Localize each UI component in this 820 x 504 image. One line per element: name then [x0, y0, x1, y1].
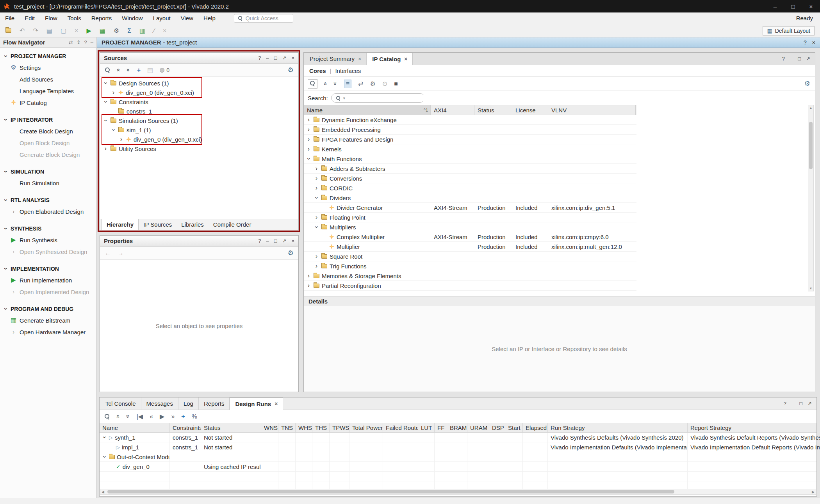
sidebar-item-ip-catalog[interactable]: IP Catalog — [0, 97, 96, 108]
close-icon[interactable]: × — [291, 55, 294, 61]
sidebar-item-open-elaborated-design[interactable]: ›Open Elaborated Design — [0, 206, 96, 217]
sources-tab-ip-sources[interactable]: IP Sources — [139, 219, 176, 230]
edit-properties-icon[interactable]: ▤ — [147, 67, 153, 73]
bottom-tab-reports[interactable]: Reports — [199, 398, 230, 410]
step-forward-icon[interactable]: » — [171, 413, 175, 420]
chevron-icon[interactable]: › — [102, 435, 108, 440]
redo-icon[interactable]: ↷ — [33, 28, 38, 34]
sidebar-item-open-synthesized-design[interactable]: ›Open Synthesized Design — [0, 246, 96, 257]
collapse-all-icon[interactable]: « — [116, 68, 122, 71]
scrollbar-thumb[interactable] — [809, 122, 813, 169]
subtab-interfaces[interactable]: Interfaces — [335, 67, 361, 74]
catalog-row-fpga-features-and-design[interactable]: ›FPGA Features and Design — [304, 135, 636, 144]
close-icon[interactable]: × — [358, 56, 361, 62]
help-icon[interactable]: ? — [258, 238, 261, 244]
column-header-name[interactable]: Name^1 — [304, 105, 431, 115]
catalog-row-adders-subtracters[interactable]: ›Adders & Subtracters — [304, 164, 636, 174]
float-icon[interactable]: ↗ — [282, 55, 287, 61]
menu-reports[interactable]: Reports — [86, 15, 117, 21]
minimize-icon[interactable]: – — [266, 55, 269, 61]
help-icon[interactable]: ? — [84, 39, 87, 45]
menu-flow[interactable]: Flow — [40, 15, 62, 21]
run-row-out-of-context-module-runs[interactable]: ›Out-of-Context Module Runs — [100, 452, 816, 462]
compare-versions-icon[interactable]: ⇄ — [358, 81, 363, 87]
runs-column-tpws[interactable]: TPWS — [330, 423, 349, 432]
collapse-all-icon[interactable]: « — [116, 415, 121, 418]
tab-ip-catalog[interactable]: IP Catalog× — [367, 53, 413, 65]
copy-icon[interactable]: ▢ — [61, 28, 66, 34]
catalog-row-multipliers[interactable]: ›Multipliers — [304, 222, 636, 232]
menu-file[interactable]: File — [0, 15, 20, 21]
stop-icon[interactable]: × — [163, 28, 166, 34]
catalog-row-conversions[interactable]: ›Conversions — [304, 174, 636, 183]
runs-column-lut[interactable]: LUT — [418, 423, 435, 432]
runs-column-whs[interactable]: WHS — [296, 423, 312, 432]
sidebar-item-run-synthesis[interactable]: ▶Run Synthesis — [0, 234, 96, 246]
horizontal-scrollbar[interactable]: ◀ ▶ — [100, 489, 816, 495]
scrollbar-thumb[interactable] — [107, 490, 674, 493]
maximize-icon[interactable]: □ — [799, 401, 802, 406]
catalog-search-box[interactable]: ▾ — [331, 93, 425, 103]
subtab-cores[interactable]: Cores — [309, 67, 326, 74]
menu-edit[interactable]: Edit — [20, 15, 40, 21]
report-icon[interactable]: ▥ — [139, 28, 145, 34]
add-sources-icon[interactable]: + — [137, 67, 141, 73]
catalog-row-math-functions[interactable]: ›Math Functions — [304, 154, 636, 164]
forward-icon[interactable]: → — [118, 250, 124, 256]
sidebar-item-settings[interactable]: ⚙Settings — [0, 62, 96, 73]
float-icon[interactable]: ↗ — [282, 238, 287, 244]
chevron-icon[interactable]: › — [314, 165, 319, 172]
toggle-orientation-icon[interactable]: ⇄ — [69, 39, 73, 45]
tree-item-sim-1[interactable]: ›sim_1 (1) — [100, 125, 298, 135]
tree-item-design-sources[interactable]: ›Design Sources (1) — [100, 78, 298, 88]
chevron-icon[interactable]: › — [306, 146, 311, 152]
float-icon[interactable]: ↗ — [808, 401, 812, 406]
sum-icon[interactable]: Σ — [127, 28, 131, 34]
sources-tab-libraries[interactable]: Libraries — [176, 219, 209, 230]
section-header-simulation[interactable]: ›SIMULATION — [0, 166, 96, 177]
minimize-icon[interactable]: – — [791, 401, 794, 406]
bottom-tab-messages[interactable]: Messages — [141, 398, 178, 410]
column-header-axi4[interactable]: AXI4 — [431, 105, 474, 115]
quick-access-search[interactable]: Quick Access — [234, 14, 293, 23]
catalog-row-dynamic-function-exchange[interactable]: ›Dynamic Function eXchange — [304, 115, 636, 125]
expand-collapse-icon[interactable]: ⇕ — [77, 39, 81, 45]
catalog-row-complex-multiplier[interactable]: ›Complex MultiplierAXI4-StreamProduction… — [304, 232, 636, 242]
tree-item-constraints[interactable]: ›Constraints — [100, 97, 298, 106]
runs-column-report-strategy[interactable]: Report Strategy — [688, 423, 820, 432]
sidebar-item-open-hardware-manager[interactable]: ›Open Hardware Manager — [0, 326, 96, 338]
percent-icon[interactable]: % — [192, 413, 197, 420]
customize-ip-icon[interactable]: ⚙ — [370, 81, 375, 87]
runs-column-name[interactable]: Name — [100, 423, 170, 432]
chevron-icon[interactable]: › — [306, 117, 311, 123]
runs-column-ff[interactable]: FF — [435, 423, 447, 432]
menu-help[interactable]: Help — [198, 15, 221, 21]
minimize-icon[interactable]: – — [266, 238, 269, 244]
bottom-tab-tcl-console[interactable]: Tcl Console — [100, 398, 141, 410]
catalog-row-kernels[interactable]: ›Kernels — [304, 144, 636, 154]
chevron-icon[interactable]: › — [314, 253, 319, 259]
column-header-license[interactable]: License — [512, 105, 548, 115]
minimize-icon[interactable]: – — [790, 56, 793, 62]
close-icon[interactable]: × — [404, 56, 407, 62]
chevron-icon[interactable]: › — [314, 185, 319, 191]
chevron-icon[interactable]: › — [314, 263, 319, 269]
gear-icon[interactable]: ⚙ — [288, 250, 294, 256]
expand-all-icon[interactable]: » — [125, 415, 131, 418]
repository-icon[interactable]: ■ — [394, 81, 398, 87]
chevron-icon[interactable]: › — [103, 99, 109, 105]
vertical-scrollbar[interactable]: ▲ ▼ — [808, 105, 814, 291]
help-icon[interactable]: ? — [258, 55, 261, 61]
section-header-ip-integrator[interactable]: ›IP INTEGRATOR — [0, 114, 96, 125]
column-header-vlnv[interactable]: VLNV — [548, 105, 636, 115]
expand-all-icon[interactable]: » — [333, 82, 339, 85]
section-header-implementation[interactable]: ›IMPLEMENTATION — [0, 263, 96, 274]
runs-column-tns[interactable]: TNS — [278, 423, 296, 432]
tree-item-div-gen-0[interactable]: ›div_gen_0 (div_gen_0.xci) — [100, 88, 298, 97]
tree-item-div-gen-0[interactable]: ›div_gen_0 (div_gen_0.xci) — [100, 135, 298, 144]
tree-item-constrs-1[interactable]: ›constrs_1 — [100, 106, 298, 116]
help-icon[interactable]: ? — [804, 39, 807, 46]
help-icon[interactable]: ? — [782, 56, 785, 62]
sidebar-item-run-simulation[interactable]: Run Simulation — [0, 177, 96, 189]
chevron-icon[interactable]: › — [314, 214, 319, 220]
